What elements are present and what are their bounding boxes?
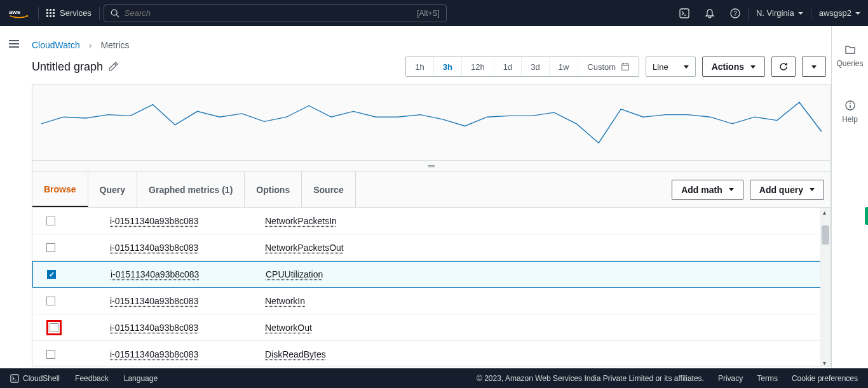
chart-type-select[interactable]: Line [646, 57, 696, 77]
scroll-up-icon[interactable]: ▴ [823, 209, 828, 214]
metric-link[interactable]: CPUUtilization [266, 269, 323, 279]
metric-link[interactable]: NetworkOut [265, 323, 312, 333]
language-button[interactable]: Language [124, 374, 158, 383]
caret-down-icon [810, 188, 815, 191]
instance-link[interactable]: i-01511340a93b8c083 [111, 269, 199, 279]
time-range-12h[interactable]: 12h [462, 57, 494, 76]
time-range-1w[interactable]: 1w [550, 57, 579, 76]
time-range-1h[interactable]: 1h [406, 57, 433, 76]
metrics-table: i-01511340a93b8c083NetworkPacketsIni-015… [32, 208, 831, 366]
scrollbar[interactable]: ▴ ▾ [820, 208, 831, 366]
terms-link[interactable]: Terms [757, 374, 778, 383]
row-checkbox[interactable] [46, 243, 55, 252]
metric-link[interactable]: NetworkPacketsOut [265, 243, 344, 253]
cell-checkbox [46, 217, 110, 225]
add-query-button[interactable]: Add query [750, 180, 824, 200]
notifications-icon[interactable] [697, 0, 722, 26]
breadcrumb-current: Metrics [100, 40, 129, 50]
resize-handle[interactable]: ═ [32, 161, 831, 172]
add-math-button[interactable]: Add math [672, 180, 743, 200]
table-row[interactable]: i-01511340a93b8c083NetworkPacketsIn [32, 208, 831, 234]
feedback-button[interactable]: Feedback [75, 374, 109, 383]
time-range-3d[interactable]: 3d [522, 57, 549, 76]
refresh-options-button[interactable] [802, 57, 826, 77]
caret-down-icon [750, 65, 756, 69]
tab-query[interactable]: Query [88, 172, 137, 207]
cell-instance: i-01511340a93b8c083 [110, 323, 265, 333]
search-box[interactable]: [Alt+S] [104, 4, 447, 22]
cell-metric: NetworkIn [265, 296, 831, 306]
chart-area [32, 84, 831, 161]
tabs-bar: Browse Query Graphed metrics (1) Options… [32, 172, 831, 208]
services-label: Services [60, 8, 92, 18]
cloudshell-label: CloudShell [23, 374, 60, 383]
row-checkbox[interactable] [46, 217, 55, 225]
help-icon[interactable]: ? [722, 0, 748, 26]
instance-link[interactable]: i-01511340a93b8c083 [110, 323, 198, 333]
instance-link[interactable]: i-01511340a93b8c083 [110, 349, 198, 359]
region-selector[interactable]: N. Virginia [749, 0, 811, 26]
svg-rect-14 [11, 374, 18, 382]
caret-down-icon [855, 12, 860, 15]
highlight-marker [46, 320, 62, 335]
instance-link[interactable]: i-01511340a93b8c083 [110, 216, 198, 226]
cell-checkbox [47, 270, 111, 279]
table-row[interactable]: i-01511340a93b8c083NetworkPacketsOut [32, 234, 831, 261]
cookie-preferences-link[interactable]: Cookie preferences [792, 374, 858, 383]
cell-metric: DiskReadBytes [265, 349, 831, 359]
row-checkbox[interactable] [47, 270, 56, 279]
actions-button[interactable]: Actions [702, 57, 765, 77]
help-panel-button[interactable]: Help [842, 100, 858, 124]
row-checkbox[interactable] [50, 323, 58, 332]
graph-title-text: Untitled graph [32, 60, 103, 74]
feedback-tab[interactable] [865, 207, 868, 225]
table-row[interactable]: i-01511340a93b8c083DiskReadBytes [32, 341, 831, 366]
cell-instance: i-01511340a93b8c083 [110, 296, 265, 306]
scrollbar-thumb[interactable] [822, 225, 829, 244]
toolbar-controls: 1h3h12h1d3d1wCustom Line Actions [405, 57, 826, 77]
queries-panel-button[interactable]: Queries [836, 44, 863, 68]
tabs-actions: Add math Add query [672, 180, 824, 200]
instance-link[interactable]: i-01511340a93b8c083 [110, 296, 198, 306]
cloudshell-icon[interactable] [672, 0, 697, 26]
metric-link[interactable]: DiskReadBytes [265, 349, 326, 359]
cloudshell-button[interactable]: CloudShell [10, 374, 60, 383]
row-checkbox[interactable] [46, 350, 55, 359]
row-checkbox[interactable] [46, 297, 55, 305]
search-input[interactable] [125, 8, 417, 18]
account-selector[interactable]: awsgsp2 [811, 0, 868, 26]
time-range-3h[interactable]: 3h [434, 57, 462, 76]
aws-logo[interactable]: aws [0, 0, 38, 26]
instance-link[interactable]: i-01511340a93b8c083 [110, 243, 198, 253]
copyright-text: © 2023, Amazon Web Services India Privat… [477, 374, 704, 383]
tab-graphed-metrics[interactable]: Graphed metrics (1) [137, 172, 245, 207]
scroll-down-icon[interactable]: ▾ [823, 359, 828, 365]
table-row[interactable]: i-01511340a93b8c083NetworkIn [32, 288, 831, 314]
svg-line-2 [116, 15, 119, 17]
table-row[interactable]: i-01511340a93b8c083CPUUtilization [32, 261, 831, 288]
privacy-link[interactable]: Privacy [718, 374, 743, 383]
search-icon [111, 9, 119, 18]
edit-icon[interactable] [108, 62, 118, 72]
services-button[interactable]: Services [39, 0, 99, 26]
tab-source[interactable]: Source [302, 172, 355, 207]
cell-instance: i-01511340a93b8c083 [110, 216, 265, 226]
tab-options[interactable]: Options [245, 172, 302, 207]
metric-link[interactable]: NetworkIn [265, 296, 305, 306]
svg-point-8 [850, 103, 851, 104]
graph-title: Untitled graph [32, 60, 118, 74]
table-row[interactable]: i-01511340a93b8c083NetworkOut [32, 314, 831, 341]
menu-toggle[interactable] [9, 38, 19, 50]
cell-checkbox [46, 320, 110, 335]
line-chart [41, 98, 822, 149]
refresh-button[interactable] [771, 57, 796, 77]
chart-type-label: Line [653, 62, 668, 72]
caret-down-icon [684, 65, 689, 69]
time-range-1d[interactable]: 1d [494, 57, 522, 76]
metric-link[interactable]: NetworkPacketsIn [265, 216, 337, 226]
cell-instance: i-01511340a93b8c083 [110, 349, 265, 359]
breadcrumb-root[interactable]: CloudWatch [32, 40, 80, 50]
time-range-custom[interactable]: Custom [578, 57, 639, 76]
grid-icon [46, 9, 55, 17]
tab-browse[interactable]: Browse [32, 172, 88, 207]
